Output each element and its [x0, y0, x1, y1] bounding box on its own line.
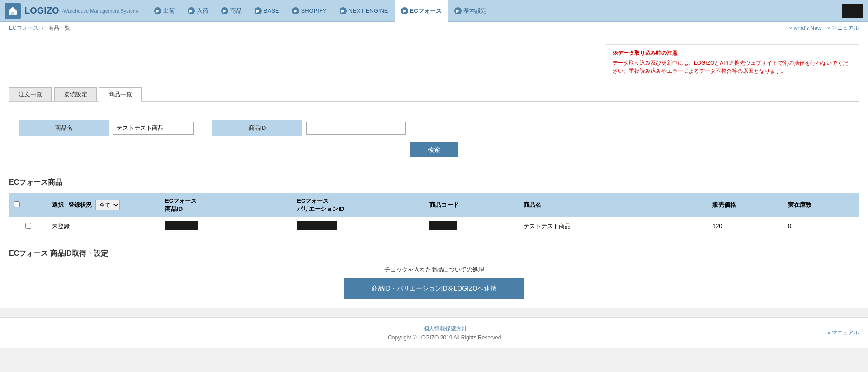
footer-right: » マニュアル [827, 329, 859, 337]
nav-arrow-icon: ▶ [154, 7, 161, 14]
select-all-checkbox[interactable] [14, 201, 20, 207]
notice-title: ※データ取り込み時の注意 [613, 49, 852, 57]
nav-item-next-engine[interactable]: ▶ NEXT ENGINE [333, 0, 395, 22]
footer: 個人情報保護方針 Copyright © LOGIZO 2019 All Rig… [0, 317, 868, 348]
breadcrumb-parent-link[interactable]: ECフォース [9, 25, 38, 31]
breadcrumb-separator: › [42, 25, 43, 31]
table-row: 未登録 テストテスト商品 120 0 [9, 217, 859, 235]
row-product-name: テストテスト商品 [519, 217, 708, 235]
tabs-area: 注文一覧 接続設定 商品一覧 [9, 87, 859, 102]
nav-arrow-icon: ▶ [188, 7, 195, 14]
row-checkbox-cell [9, 217, 47, 235]
nav-arrow-icon: ▶ [292, 7, 299, 14]
user-button[interactable] [842, 4, 863, 18]
th-status-label: 登録状況 [68, 201, 92, 208]
nav-arrow-icon: ▶ [340, 7, 347, 14]
link-ids-button[interactable]: 商品ID・バリエーションIDをLOGIZOへ連携 [344, 278, 524, 299]
search-row-center: 検索 [19, 142, 849, 157]
nav-item-products[interactable]: ▶ 商品 [215, 0, 248, 22]
nav-item-settings[interactable]: ▶ 基本設定 [448, 0, 493, 22]
th-stock: 実在庫数 [783, 193, 859, 217]
product-id-label: 商品ID [212, 120, 302, 136]
footer-copyright: Copyright © LOGIZO 2019 All Rights Reser… [63, 334, 827, 341]
notice-box: ※データ取り込み時の注意 データ取り込み及び更新中には、LOGIZOとAPI連携… [606, 44, 859, 80]
product-id-input[interactable] [306, 122, 406, 135]
row-status: 未登録 [47, 217, 160, 235]
privacy-link[interactable]: 個人情報保護方針 [424, 325, 467, 332]
tab-product-list[interactable]: 商品一覧 [99, 87, 142, 102]
nav-item-shipment[interactable]: ▶ 出荷 [148, 0, 181, 22]
row-ec-variation-id [292, 217, 425, 235]
bottom-section-title: ECフォース 商品ID取得・設定 [9, 249, 859, 258]
logo-subtitle: -Warehouse Management System- [62, 8, 139, 14]
search-button[interactable]: 検索 [410, 142, 458, 157]
row-product-code [425, 217, 519, 235]
product-name-label: 商品名 [19, 120, 109, 136]
manual-link-footer[interactable]: » マニュアル [827, 329, 859, 336]
nav-item-shopify[interactable]: ▶ SHOPIFY [286, 0, 333, 22]
table-section-title: ECフォース商品 [9, 178, 859, 187]
checked-label: チェックを入れた商品についての処理 [9, 266, 859, 274]
logo-area: LOGIZO -Warehouse Management System- [5, 3, 139, 19]
search-section: 商品名 商品ID 検索 [9, 111, 859, 167]
nav-arrow-icon: ▶ [221, 7, 228, 14]
th-checkbox [9, 193, 47, 217]
tab-connection-settings[interactable]: 接続設定 [54, 87, 97, 101]
nav-item-base[interactable]: ▶ BASE [248, 0, 286, 22]
row-stock: 0 [783, 217, 859, 235]
breadcrumb: ECフォース › 商品一覧 [9, 24, 72, 32]
row-price: 120 [708, 217, 783, 235]
th-select: 選択 登録状況 全て [47, 193, 160, 217]
product-name-input[interactable] [113, 122, 194, 135]
notice-text: データ取り込み及び更新中には、LOGIZOとAPI連携先ウェブサイトで別の操作を… [613, 59, 852, 75]
search-row-name: 商品名 商品ID [19, 120, 849, 136]
th-product-code: 商品コード [425, 193, 519, 217]
footer-center: 個人情報保護方針 Copyright © LOGIZO 2019 All Rig… [63, 325, 827, 341]
main-content: ※データ取り込み時の注意 データ取り込み及び更新中には、LOGIZOとAPI連携… [0, 35, 868, 308]
product-table: 選択 登録状況 全て ECフォース商品ID ECフォースバリエーションID 商品… [9, 193, 859, 235]
table-section: ECフォース商品 選択 登録状況 全て ECフォース商品ID [9, 178, 859, 235]
bottom-section: ECフォース 商品ID取得・設定 チェックを入れた商品についての処理 商品ID・… [9, 249, 859, 299]
nav-arrow-icon: ▶ [401, 7, 408, 14]
nav-arrow-icon: ▶ [454, 7, 462, 14]
manual-link-header[interactable]: » マニュアル [827, 25, 859, 31]
th-ec-product-id: ECフォース商品ID [160, 193, 292, 217]
logo-text: LOGIZO [24, 5, 59, 16]
svg-rect-2 [11, 12, 14, 15]
product-code-redacted [429, 221, 457, 230]
logo-icon [5, 3, 21, 19]
breadcrumb-bar: ECフォース › 商品一覧 » what's New » マニュアル [0, 22, 868, 35]
ec-variation-id-redacted [297, 221, 337, 230]
row-ec-product-id [160, 217, 292, 235]
th-ec-variation-id: ECフォースバリエーションID [292, 193, 425, 217]
nav-arrow-icon: ▶ [255, 7, 262, 14]
svg-marker-1 [9, 7, 17, 10]
header: LOGIZO -Warehouse Management System- ▶ 出… [0, 0, 868, 22]
ec-product-id-redacted [165, 221, 198, 230]
status-filter-select[interactable]: 全て [95, 200, 120, 210]
tab-orders[interactable]: 注文一覧 [9, 87, 52, 101]
header-links: » what's New » マニュアル [785, 24, 859, 32]
whats-new-link[interactable]: » what's New [789, 25, 821, 31]
nav-item-ecforce[interactable]: ▶ ECフォース [395, 0, 448, 22]
th-price: 販売価格 [708, 193, 783, 217]
nav-item-arrival[interactable]: ▶ 入荷 [181, 0, 215, 22]
th-product-name: 商品名 [519, 193, 708, 217]
row-checkbox[interactable] [25, 223, 31, 229]
breadcrumb-current: 商品一覧 [48, 25, 70, 31]
nav-menu: ▶ 出荷 ▶ 入荷 ▶ 商品 ▶ BASE ▶ SHOPIFY ▶ NEXT E… [148, 0, 837, 22]
